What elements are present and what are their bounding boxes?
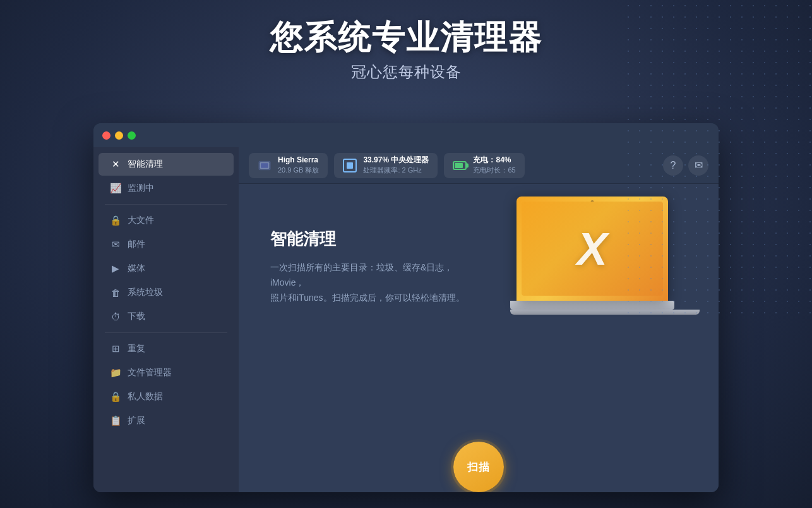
cpu-freq: 处理器频率: 2 GHz [363, 166, 429, 175]
content-title: 智能清理 [270, 228, 479, 250]
cpu-icon [343, 159, 357, 172]
sidebar-item-trash[interactable]: 🗑 系统垃圾 [99, 281, 234, 304]
sidebar-divider-2 [105, 332, 227, 333]
sidebar-label-privacy: 私人数据 [128, 391, 163, 402]
extensions-icon: 📋 [110, 415, 121, 426]
close-button[interactable] [102, 131, 110, 140]
sidebar-item-large-files[interactable]: 🔒 大文件 [99, 209, 234, 232]
disk-icon [258, 159, 272, 172]
cpu-stat-info: 33.97% 中央处理器 处理器频率: 2 GHz [363, 155, 429, 175]
clock-icon: ⏱ [110, 311, 121, 322]
disk-name: High Sierra [278, 155, 319, 166]
help-button[interactable]: ? [663, 155, 683, 176]
lock-icon-2: 🔒 [110, 391, 121, 402]
disk-stat-info: High Sierra 20.9 GB 释放 [278, 155, 319, 175]
maximize-button[interactable] [128, 131, 136, 140]
laptop-x-logo: X [577, 223, 607, 275]
sidebar-item-smart-clean[interactable]: ✕ 智能清理 [99, 153, 234, 176]
sidebar-label-large-files: 大文件 [128, 215, 154, 226]
app-window: ✕ 智能清理 📈 监测中 🔒 大文件 ✉ 邮件 ▶ 媒体 🗑 系 [93, 123, 719, 492]
sidebar-label-duplicate: 重复 [128, 343, 145, 354]
sidebar-label-mail: 邮件 [128, 239, 145, 250]
folder-icon: 📁 [110, 367, 121, 378]
sidebar-item-mail[interactable]: ✉ 邮件 [99, 233, 234, 256]
message-button[interactable]: ✉ [688, 155, 708, 176]
sidebar-item-extensions[interactable]: 📋 扩展 [99, 409, 234, 432]
sidebar-label-downloads: 下载 [128, 311, 145, 322]
x-icon: ✕ [110, 159, 121, 170]
sidebar-label-smart-clean: 智能清理 [128, 159, 163, 170]
laptop-body: X [510, 197, 674, 310]
laptop-screen: X [516, 197, 668, 301]
battery-level: 充电：84% [473, 155, 515, 166]
battery-stat-info: 充电：84% 充电时长：65 [473, 155, 515, 175]
duplicate-icon: ⊞ [110, 343, 121, 354]
traffic-lights [102, 131, 136, 140]
laptop-base [510, 301, 674, 310]
cpu-stat-card: 33.97% 中央处理器 处理器频率: 2 GHz [334, 153, 438, 178]
battery-stat-card: 充电：84% 充电时长：65 [444, 153, 524, 178]
scan-button-area: 扫描 [239, 442, 719, 492]
sidebar-item-downloads[interactable]: ⏱ 下载 [99, 305, 234, 328]
disk-detail: 20.9 GB 释放 [278, 166, 319, 175]
content-description: 一次扫描所有的主要目录：垃圾、缓存&日志，iMovie，照片和iTunes。扫描… [270, 260, 479, 305]
sidebar-label-media: 媒体 [128, 263, 145, 274]
content-area: 智能清理 一次扫描所有的主要目录：垃圾、缓存&日志，iMovie，照片和iTun… [239, 184, 719, 442]
sidebar: ✕ 智能清理 📈 监测中 🔒 大文件 ✉ 邮件 ▶ 媒体 🗑 系 [93, 147, 239, 492]
trash-icon: 🗑 [110, 287, 121, 298]
hero-title: 您系统专业清理器 [0, 18, 812, 57]
disk-stat-card: High Sierra 20.9 GB 释放 [249, 153, 328, 178]
sidebar-divider-1 [105, 204, 227, 205]
laptop-illustration: X [510, 197, 687, 348]
sidebar-item-media[interactable]: ▶ 媒体 [99, 257, 234, 280]
title-bar [93, 123, 719, 147]
content-text: 智能清理 一次扫描所有的主要目录：垃圾、缓存&日志，iMovie，照片和iTun… [270, 215, 479, 305]
scan-button[interactable]: 扫描 [453, 442, 504, 492]
main-panel: High Sierra 20.9 GB 释放 33.97% 中央处理器 处理器频… [239, 147, 719, 492]
sidebar-item-privacy[interactable]: 🔒 私人数据 [99, 385, 234, 408]
svg-rect-2 [261, 163, 268, 167]
sidebar-label-extensions: 扩展 [128, 415, 145, 426]
minimize-button[interactable] [115, 131, 123, 140]
mail-icon: ✉ [110, 239, 121, 250]
sidebar-item-monitor[interactable]: 📈 监测中 [99, 177, 234, 200]
laptop-foot [510, 310, 700, 315]
battery-icon-wrap [453, 159, 467, 172]
sidebar-label-trash: 系统垃圾 [128, 287, 163, 298]
sidebar-label-file-manager: 文件管理器 [128, 367, 172, 378]
battery-time: 充电时长：65 [473, 166, 515, 175]
sidebar-item-file-manager[interactable]: 📁 文件管理器 [99, 361, 234, 384]
hero-header: 您系统专业清理器 冠心惩每种设备 [0, 0, 812, 95]
laptop-screen-inner: X [522, 202, 663, 296]
sidebar-item-duplicate[interactable]: ⊞ 重复 [99, 337, 234, 360]
cpu-percent: 33.97% 中央处理器 [363, 155, 429, 166]
play-icon: ▶ [110, 263, 121, 274]
stats-bar: High Sierra 20.9 GB 释放 33.97% 中央处理器 处理器频… [239, 147, 719, 184]
monitor-icon: 📈 [110, 183, 121, 194]
stats-actions: ? ✉ [663, 155, 708, 176]
hero-subtitle: 冠心惩每种设备 [0, 62, 812, 82]
lock-icon-1: 🔒 [110, 215, 121, 226]
sidebar-label-monitor: 监测中 [128, 183, 154, 194]
app-content: ✕ 智能清理 📈 监测中 🔒 大文件 ✉ 邮件 ▶ 媒体 🗑 系 [93, 147, 719, 492]
